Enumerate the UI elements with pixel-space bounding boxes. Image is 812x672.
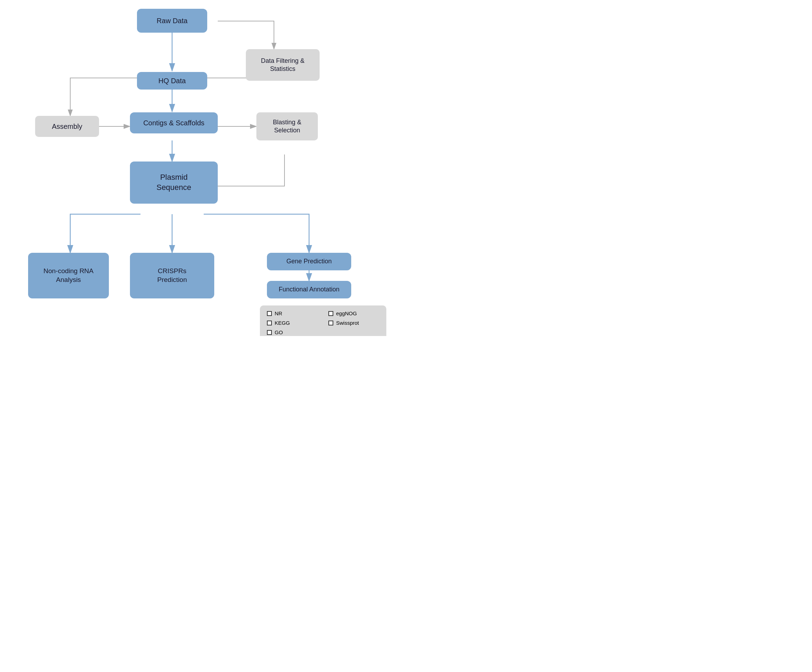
functional-annotation-node: Functional Annotation (267, 281, 351, 298)
crisprs-node: CRISPRsPrediction (130, 253, 214, 298)
legend-eggnod: eggNOG (328, 310, 379, 316)
legend-swissprot: Swissprot (328, 320, 379, 326)
kegg-checkbox (267, 321, 272, 326)
legend-go: GO (267, 329, 318, 335)
legend-nr: NR (267, 310, 318, 316)
legend-grid: NR eggNOG KEGG Swissprot GO (267, 310, 379, 336)
eggnod-checkbox (328, 311, 333, 316)
contigs-node: Contigs & Scaffolds (130, 113, 218, 133)
noncoding-node: Non-coding RNAAnalysis (28, 253, 109, 298)
swissprot-checkbox (328, 321, 333, 326)
hq-data-node: HQ Data (137, 72, 207, 90)
data-filtering-node: Data Filtering &Statistics (246, 49, 320, 81)
nr-checkbox (267, 311, 272, 316)
legend-kegg: KEGG (267, 320, 318, 326)
gene-prediction-node: Gene Prediction (267, 253, 351, 270)
assembly-node: Assembly (35, 116, 99, 137)
legend-box: NR eggNOG KEGG Swissprot GO (260, 305, 386, 336)
go-checkbox (267, 330, 272, 335)
plasmid-node: PlasmidSequence (130, 162, 218, 204)
blasting-node: Blasting &Selection (256, 113, 318, 140)
raw-data-node: Raw Data (137, 9, 207, 32)
flowchart: Raw Data Data Filtering &Statistics HQ D… (0, 0, 406, 336)
